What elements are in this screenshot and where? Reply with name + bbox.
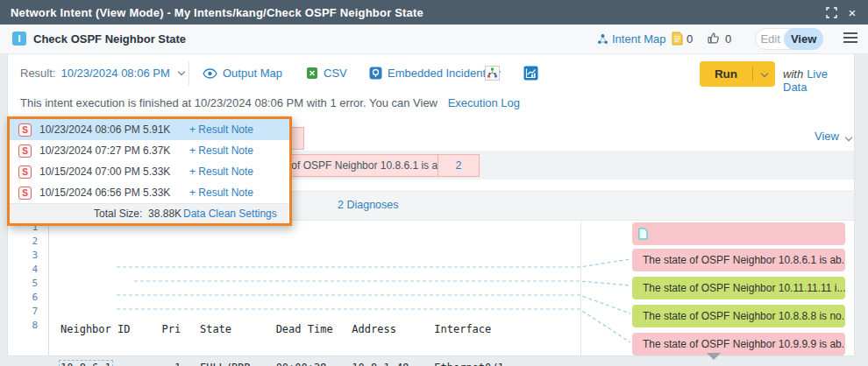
thumbs-up-icon[interactable] [707,32,721,45]
success-badge: S [18,187,32,200]
csv-button[interactable]: CSV [306,67,347,80]
dropdown-footer: Total Size: 38.88K Data Clean Settings [10,203,289,223]
total-size: Total Size: 38.88K [94,208,181,220]
scroll-down-indicator[interactable] [707,353,721,360]
cli-line [60,245,504,259]
output-map-button[interactable]: Output Map [203,67,282,80]
edit-view-toggle: Edit View [755,28,823,50]
annotation-note[interactable]: The state of OSPF Neighbor 10.11.11.11 i… [632,277,845,299]
annotation-note[interactable] [632,222,845,245]
add-result-note-link[interactable]: + Result Note [189,123,253,136]
chart-icon[interactable] [523,66,538,81]
embedded-incident-label: Embedded Incident [388,67,486,80]
result-selector[interactable]: Result: 10/23/2024 08:06 PM [20,67,184,80]
result-row-selected[interactable]: S 10/23/2024 08:06 PM 5.91K + Result Not… [10,119,289,140]
run-mode: withLive Data [783,67,854,94]
window-titlebar: Network Intent (View Mode) - My Intents/… [0,0,868,25]
result-history-dropdown: S 10/23/2024 08:06 PM 5.91K + Result Not… [7,116,292,226]
run-dropdown-caret[interactable] [752,67,775,81]
fullscreen-icon[interactable] [824,5,838,19]
line-number-gutter: 12 34 56 78 [9,221,49,355]
result-row[interactable]: S 10/15/2024 06:56 PM 5.33K + Result Not… [10,182,289,203]
success-badge: S [18,123,32,137]
cli-header-line: Neighbor ID Pri State Dead Time Address … [60,322,504,336]
chevron-down-icon [844,134,851,141]
csv-label: CSV [324,67,347,80]
result-row[interactable]: S 10/23/2024 07:27 PM 6.37K + Result Not… [10,140,289,161]
view-dropdown[interactable]: View [815,130,851,143]
intent-title: Check OSPF Neighbor State [33,32,186,46]
chevron-down-icon [178,68,185,75]
network-intent-window: Network Intent (View Mode) - My Intents/… [0,0,868,366]
csv-icon [306,67,318,80]
cli-line [60,284,504,298]
with-label: with [783,67,803,81]
result-row[interactable]: S 10/15/2024 07:00 PM 5.33K + Result Not… [10,161,289,182]
execution-log-link[interactable]: Execution Log [448,96,520,109]
result-date: 10/23/2024 08:06 PM [60,67,169,80]
device-output-panel[interactable]: 12 34 56 78 Neighbor ID Pri State Dead T… [9,221,581,355]
run-label: Run [700,67,752,81]
add-result-note-link[interactable]: + Result Note [189,165,253,178]
note-icon[interactable] [672,32,683,46]
add-result-note-link[interactable]: + Result Note [189,187,253,199]
intent-map-label: Intent Map [612,32,665,46]
intent-map-link[interactable]: Intent Map [597,32,665,46]
embedded-incident-button[interactable]: Embedded Incident [369,67,500,80]
view-tab[interactable]: View [784,28,823,50]
incident-icon [369,67,382,80]
annotation-note[interactable]: The state of OSPF Neighbor 10.8.6.1 is a… [632,249,845,271]
window-title: Network Intent (View Mode) - My Intents/… [11,6,423,19]
intent-icon: I [12,32,26,46]
note-file-icon [638,228,648,240]
menu-icon[interactable] [843,32,857,46]
topology-icon[interactable] [485,66,500,81]
annotation-note[interactable]: The state of OSPF Neighbor 10.9.9.9 is a… [632,333,845,355]
alert-message-count[interactable]: 2 [438,154,480,177]
intent-map-icon [597,33,608,45]
execution-message: This intent execution is finished at 10/… [20,96,520,109]
success-badge: S [18,144,32,158]
close-icon[interactable]: × [845,5,859,19]
neighbor-id-highlight[interactable]: 10.8.6.1 [60,362,111,366]
edit-tab[interactable]: Edit [756,32,785,46]
eye-icon [203,68,217,79]
annotation-note[interactable]: The state of OSPF Neighbor 10.8.8.8 is n… [632,305,845,327]
cli-neighbor-row: 10.8.6.1 1 FULL/BDR 00:00:39 10.8.1.49 E… [60,361,504,366]
execution-message-text: This intent execution is finished at 10/… [20,96,438,109]
tab-diagnoses[interactable]: 2 Diagnoses [338,199,399,211]
result-label: Result: [20,67,55,80]
note-count: 0 [687,32,693,46]
toolbar-divider [189,61,189,86]
run-button[interactable]: Run [700,61,775,87]
cli-output: Neighbor ID Pri State Dead Time Address … [60,221,504,366]
success-badge: S [18,165,32,179]
like-count: 0 [725,32,731,46]
intent-header: I Check OSPF Neighbor State Intent Map 0… [0,25,868,54]
add-result-note-link[interactable]: + Result Note [189,144,253,157]
output-map-label: Output Map [223,67,282,80]
data-clean-settings-link[interactable]: Data Clean Settings [183,208,277,220]
